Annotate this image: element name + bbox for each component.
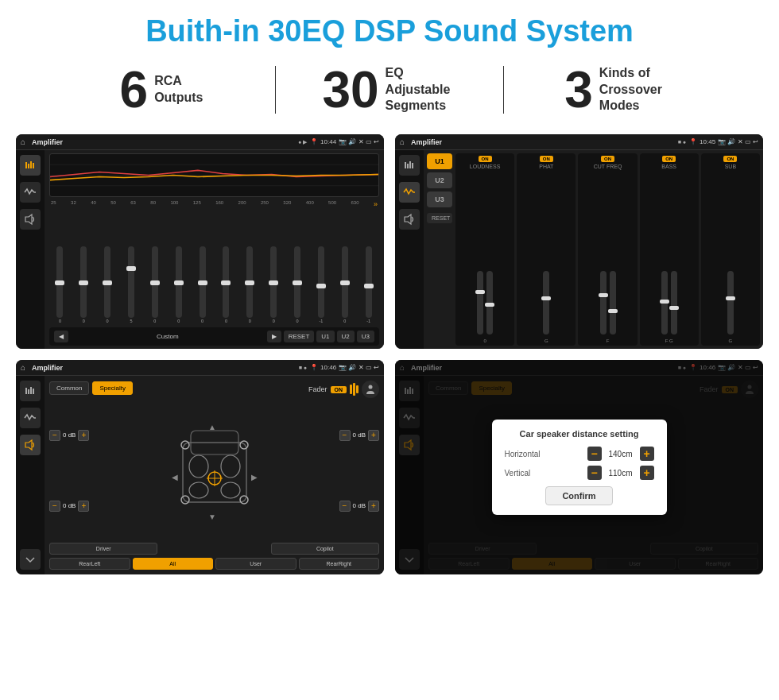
cutfreq-slider2[interactable] <box>610 271 616 335</box>
horizontal-minus-btn[interactable]: − <box>587 447 602 461</box>
eq-screen: ⌂ Amplifier ● ▶ 📍 10:44 📷 🔊 ✕ ▭ ↩ <box>16 134 384 349</box>
right-controls: − 0 dB + − 0 dB + <box>339 401 379 540</box>
vertical-plus-btn[interactable]: + <box>640 466 654 480</box>
eq-reset-btn[interactable]: RESET <box>284 331 315 342</box>
left-rear-plus[interactable]: + <box>78 501 89 512</box>
bass-slider2[interactable] <box>671 271 677 335</box>
crossover-dots: ■ ● <box>678 139 686 145</box>
fader-slider-mini <box>350 383 358 396</box>
svg-rect-16 <box>33 389 34 394</box>
sub-panel: ON SUB G <box>701 153 760 346</box>
crossover-status-icons: 📍 10:45 📷 🔊 ✕ ▭ ↩ <box>689 138 758 145</box>
eq-slider-3: 5 <box>121 246 142 323</box>
left-controls: − 0 dB + − 0 dB + <box>49 401 89 540</box>
common-tab[interactable]: Common <box>49 381 89 395</box>
horizontal-plus-btn[interactable]: + <box>640 447 654 461</box>
left-rear-minus[interactable]: − <box>49 501 60 512</box>
vertical-minus-btn[interactable]: − <box>587 466 602 480</box>
fader-screen-body: Common Specialty Fader ON <box>16 376 384 574</box>
right-front-minus[interactable]: − <box>339 430 351 441</box>
svg-text:▲: ▲ <box>208 423 216 431</box>
eq-slider-0: 0 <box>49 246 71 323</box>
phat-label: PHAT <box>539 164 553 169</box>
sub-label: SUB <box>725 164 736 169</box>
distance-screen: ⌂ Amplifier ■ ● 📍 10:46 📷 🔊 ✕ ▭ ↩ <box>395 360 763 574</box>
loudness-slider[interactable] <box>477 271 483 335</box>
left-front-value: 0 dB <box>63 431 76 439</box>
sub-slider[interactable] <box>727 271 734 335</box>
copilot-btn[interactable]: Copilot <box>271 543 379 555</box>
right-rear-plus[interactable]: + <box>368 501 379 512</box>
eq-slider-6: 0 <box>192 246 213 323</box>
u2-btn[interactable]: U2 <box>427 172 452 188</box>
eq-sidebar-speaker-icon[interactable] <box>20 209 41 230</box>
crossover-panels: ON LOUDNESS 0 ON PHAT <box>455 153 760 346</box>
crossover-main-content: U1 U2 U3 RESET ON LOUDNESS 0 <box>424 150 763 349</box>
all-btn[interactable]: All <box>133 558 214 570</box>
crossover-status-bar: ⌂ Amplifier ■ ● 📍 10:45 📷 🔊 ✕ ▭ ↩ <box>395 134 763 150</box>
fader-header: Common Specialty Fader ON <box>49 381 379 398</box>
crossover-reset-btn[interactable]: RESET <box>427 213 452 223</box>
eq-slider-7: 0 <box>215 246 237 323</box>
eq-u1-btn[interactable]: U1 <box>316 331 334 342</box>
bass-slider[interactable] <box>661 271 668 335</box>
u-buttons: U1 U2 U3 RESET <box>427 153 452 346</box>
u3-btn[interactable]: U3 <box>427 191 452 207</box>
car-diagram-wrapper: − 0 dB + − 0 dB + <box>49 401 379 540</box>
eq-play-btn[interactable]: ▶ <box>267 331 281 342</box>
svg-point-22 <box>221 455 240 478</box>
right-front-plus[interactable]: + <box>368 430 379 441</box>
left-front-plus[interactable]: + <box>78 430 89 441</box>
fader-sidebar-expand-icon[interactable] <box>20 549 41 570</box>
cutfreq-slider[interactable] <box>600 271 607 335</box>
eq-chart <box>49 153 379 197</box>
eq-slider-9: 0 <box>263 246 285 323</box>
fader-sidebar-eq-icon[interactable] <box>20 381 41 401</box>
right-rear-control: − 0 dB + <box>339 501 379 512</box>
eq-freq-labels: 253240506380100125160200250320400500630 … <box>49 200 379 208</box>
svg-rect-9 <box>407 164 409 168</box>
eq-slider-2: 0 <box>97 246 118 323</box>
eq-sidebar-wave-icon[interactable] <box>20 182 41 203</box>
crossover-home-icon: ⌂ <box>400 137 405 146</box>
loudness-slider2[interactable] <box>486 271 493 335</box>
phat-slider[interactable] <box>543 271 549 335</box>
left-front-minus[interactable]: − <box>49 430 60 441</box>
stat-eq-number: 30 <box>322 64 378 115</box>
fader-on-badge: ON <box>331 386 347 393</box>
right-rear-minus[interactable]: − <box>339 501 351 512</box>
svg-point-30 <box>181 496 189 504</box>
bass-panel: ON BASS F G <box>640 153 699 346</box>
horizontal-label: Horizontal <box>505 450 552 458</box>
svg-rect-13 <box>25 388 27 394</box>
crossover-sidebar-speaker-icon[interactable] <box>399 209 420 230</box>
cutfreq-panel: ON CUT FREQ F <box>578 153 637 346</box>
driver-btn[interactable]: Driver <box>49 543 157 555</box>
eq-slider-10: 0 <box>287 246 308 323</box>
fader-sidebar-wave-icon[interactable] <box>20 408 41 428</box>
svg-point-29 <box>240 441 248 449</box>
fader-sidebar-speaker-icon[interactable] <box>20 435 41 455</box>
svg-point-18 <box>369 385 373 389</box>
svg-rect-8 <box>405 162 406 168</box>
bass-label: BASS <box>661 164 676 169</box>
eq-sidebar-eq-icon[interactable] <box>20 155 41 176</box>
rearright-btn[interactable]: RearRight <box>299 558 380 570</box>
eq-u2-btn[interactable]: U2 <box>337 331 355 342</box>
specialty-tab[interactable]: Specialty <box>92 381 132 395</box>
user-btn[interactable]: User <box>215 558 296 570</box>
confirm-button[interactable]: Confirm <box>545 486 612 505</box>
crossover-sidebar-eq-icon[interactable] <box>399 155 420 176</box>
rearleft-btn[interactable]: RearLeft <box>49 558 130 570</box>
bass-on-badge: ON <box>662 156 676 162</box>
crossover-sidebar-wave-icon[interactable] <box>399 182 420 203</box>
eq-u3-btn[interactable]: U3 <box>357 331 374 342</box>
stat-crossover-number: 3 <box>564 64 593 115</box>
fader-status-icons: 📍 10:46 📷 🔊 ✕ ▭ ↩ <box>310 364 379 371</box>
stat-eq-label: EQ AdjustableSegments <box>386 65 457 114</box>
svg-rect-2 <box>30 161 32 168</box>
svg-rect-1 <box>28 164 29 168</box>
eq-prev-btn[interactable]: ◀ <box>54 331 68 342</box>
svg-marker-4 <box>25 215 32 224</box>
u1-btn[interactable]: U1 <box>427 153 452 169</box>
